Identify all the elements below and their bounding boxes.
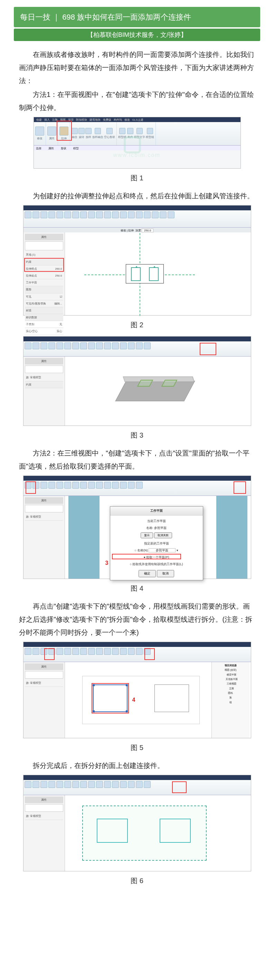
rb-icon[interactable] (120, 482, 127, 488)
rb-icon[interactable] (88, 482, 95, 488)
rb-icon[interactable] (72, 342, 79, 349)
rb-icon[interactable] (144, 212, 151, 218)
rb-icon[interactable] (112, 781, 119, 788)
rb-icon[interactable] (24, 342, 32, 349)
rb-icon[interactable] (96, 781, 103, 788)
rb-icon[interactable] (104, 212, 111, 218)
rb-icon[interactable] (64, 648, 71, 655)
rb-icon[interactable] (40, 781, 47, 788)
tab-modify[interactable]: 修改 (123, 117, 131, 123)
rb-icon[interactable] (104, 781, 111, 788)
rb-icon[interactable] (168, 212, 175, 218)
rb-icon[interactable] (80, 648, 87, 655)
modify-icon[interactable] (35, 127, 44, 135)
tab-addins[interactable]: 附加模块 (75, 117, 88, 123)
rb-icon[interactable] (144, 781, 151, 788)
rb-icon[interactable] (144, 342, 151, 349)
opt-name[interactable]: ○ 名称(N) 参照平面 ▾ (113, 547, 200, 554)
rb-icon[interactable] (120, 648, 127, 655)
rb-icon[interactable] (160, 212, 167, 218)
rb-icon[interactable] (88, 342, 95, 349)
rb-icon[interactable] (120, 212, 127, 218)
rb-icon[interactable] (72, 482, 79, 488)
rb-icon[interactable] (96, 482, 103, 488)
rb-icon[interactable] (112, 212, 119, 218)
rb-icon[interactable] (56, 648, 63, 655)
rb-icon[interactable] (64, 482, 71, 488)
cat-row-5[interactable]: 族: 常规模型 (26, 680, 41, 686)
rb-icon[interactable] (128, 342, 135, 349)
component-icon[interactable] (127, 128, 133, 134)
modelline-icon[interactable] (119, 128, 125, 134)
rb-icon[interactable] (112, 482, 119, 488)
blend-icon[interactable] (72, 128, 78, 134)
rb-icon[interactable] (88, 648, 95, 655)
rb-icon[interactable] (104, 482, 111, 488)
rb-icon[interactable] (72, 212, 79, 218)
view-node[interactable]: 立面 (213, 686, 248, 691)
rb-icon[interactable] (80, 781, 87, 788)
rb-icon[interactable] (40, 212, 47, 218)
dissoc-button[interactable]: 取消关联 (154, 532, 172, 538)
view-node[interactable]: 视图 (全部) (213, 668, 248, 672)
depth-input[interactable]: 250.0 (142, 229, 154, 232)
rb-icon[interactable] (80, 482, 87, 488)
properties-icon[interactable] (47, 127, 56, 135)
rb-icon[interactable] (120, 781, 127, 788)
rb-icon[interactable] (96, 212, 103, 218)
rb-icon[interactable] (152, 212, 159, 218)
view-node[interactable]: 族 (213, 695, 248, 700)
rb-icon[interactable] (40, 482, 47, 488)
opt-line[interactable]: ○ 拾取线并使用绘制该线的工作平面(L) (113, 562, 200, 567)
tab-insert[interactable]: 插入 (43, 117, 51, 123)
rb-icon[interactable] (56, 342, 63, 349)
rb-icon[interactable] (32, 781, 39, 788)
sweep-icon[interactable] (85, 128, 91, 134)
rb-icon[interactable] (80, 212, 87, 218)
rb-icon[interactable] (88, 212, 95, 218)
rb-icon[interactable] (136, 342, 143, 349)
tab-comp[interactable]: 构件坞 (113, 117, 123, 123)
tab-free[interactable]: 免费版 (102, 117, 112, 123)
view-node[interactable]: 组 (213, 700, 248, 705)
cat-row-4[interactable]: 族: 常规模型 (26, 514, 41, 519)
rb-icon[interactable] (48, 212, 55, 218)
rb-icon[interactable] (80, 342, 87, 349)
ext-start-value[interactable]: 250.0 (55, 273, 62, 278)
rb-icon[interactable] (120, 342, 127, 349)
rb-icon[interactable] (72, 781, 79, 788)
rb-icon[interactable] (136, 781, 143, 788)
rb-icon[interactable] (104, 342, 111, 349)
rb-icon[interactable] (72, 648, 79, 655)
rb-icon[interactable] (136, 212, 143, 218)
rb-icon[interactable] (136, 648, 143, 655)
rb-icon[interactable] (48, 781, 55, 788)
void-icon[interactable] (106, 128, 113, 134)
rb-icon[interactable] (128, 482, 135, 488)
cat-row[interactable]: 族: 常规模型 (26, 375, 41, 380)
rb-icon[interactable] (40, 342, 47, 349)
modeltext-icon[interactable] (136, 128, 143, 134)
rb-icon[interactable] (64, 781, 71, 788)
rb-icon[interactable] (128, 781, 135, 788)
rb-icon[interactable] (128, 648, 135, 655)
cat-row-6[interactable]: 族: 常规模型 (26, 813, 41, 819)
view-node[interactable]: 图纸 (213, 691, 248, 695)
rb-icon[interactable] (56, 212, 63, 218)
view-node[interactable]: 楼层平面 (213, 672, 248, 677)
cancel-button[interactable]: 取消 (157, 570, 174, 577)
visedit-row[interactable]: 可见性/图形替换 (26, 301, 46, 306)
other-row[interactable]: 其他 (1) (26, 252, 35, 257)
rb-icon[interactable] (96, 342, 103, 349)
rb-icon[interactable] (64, 342, 71, 349)
rb-icon[interactable] (112, 648, 119, 655)
tab-gls[interactable]: GLS土建 (131, 117, 144, 123)
view-node[interactable]: 三维视图 (213, 681, 248, 686)
ok-button[interactable]: 确定 (139, 570, 156, 577)
rb-icon[interactable] (24, 648, 32, 655)
rb-icon[interactable] (48, 482, 55, 488)
modelgroup-icon[interactable] (147, 128, 153, 134)
rb-icon[interactable] (24, 781, 32, 788)
sweepblend-icon[interactable] (95, 128, 101, 134)
rb-icon[interactable] (96, 648, 103, 655)
